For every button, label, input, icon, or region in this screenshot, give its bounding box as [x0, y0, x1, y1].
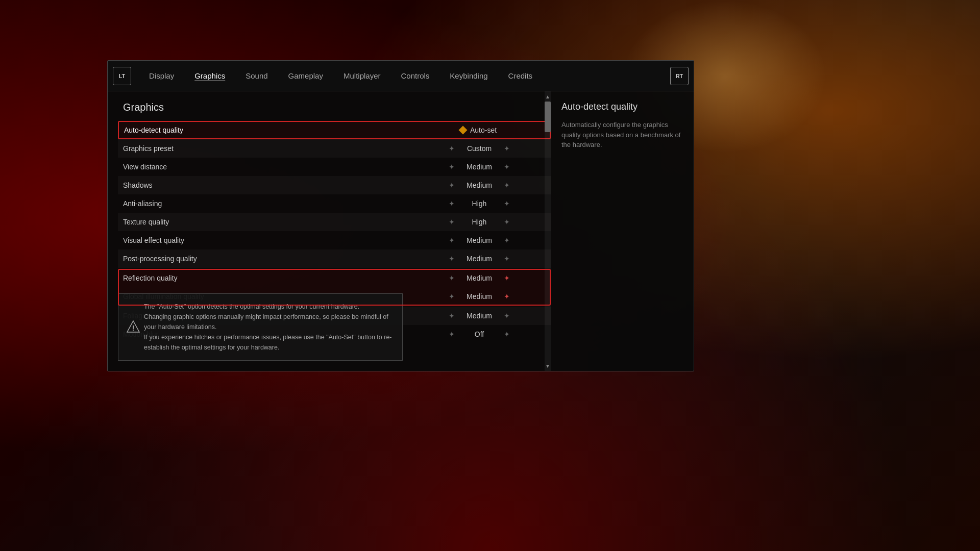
left-arrow-motion-blur[interactable]: ✦: [449, 330, 455, 338]
setting-value-visual-effect: Medium: [459, 236, 500, 244]
left-arrow-view-distance[interactable]: ✦: [449, 163, 455, 171]
left-arrow-visual-effect[interactable]: ✦: [449, 236, 455, 244]
settings-panel: Graphics Auto-detect quality Auto-set Gr…: [108, 91, 551, 371]
setting-value-motion-blur: Off: [459, 330, 500, 338]
tab-graphics[interactable]: Graphics: [184, 67, 235, 84]
right-arrow-reflection[interactable]: ✦: [504, 274, 510, 282]
setting-name-anti-aliasing: Anti-aliasing: [123, 199, 413, 208]
setting-value-foliage: Medium: [459, 312, 500, 320]
setting-controls-post-processing: ✦ Medium ✦: [413, 255, 546, 263]
tab-credits[interactable]: Credits: [498, 67, 543, 84]
tab-sound[interactable]: Sound: [235, 67, 278, 84]
left-arrow-post-processing[interactable]: ✦: [449, 255, 455, 263]
right-arrow-shadows[interactable]: ✦: [504, 181, 510, 189]
setting-name-texture-quality: Texture quality: [123, 218, 413, 226]
setting-row-graphics-preset[interactable]: Graphics preset ✦ Custom ✦: [118, 139, 551, 158]
setting-controls-visual-effect: ✦ Medium ✦: [413, 236, 546, 244]
warning-line3: If you experience hitches or performance…: [144, 332, 395, 353]
rt-trigger[interactable]: RT: [670, 67, 689, 85]
tab-display[interactable]: Display: [139, 67, 184, 84]
setting-controls-graphics-preset: ✦ Custom ✦: [413, 144, 546, 153]
auto-set-button[interactable]: Auto-set: [460, 126, 497, 134]
left-arrow-shadows[interactable]: ✦: [449, 181, 455, 189]
scrollbar-track[interactable]: ▲ ▼: [545, 91, 551, 371]
left-arrow-graphics-preset[interactable]: ✦: [449, 144, 455, 153]
lt-trigger[interactable]: LT: [113, 67, 131, 85]
setting-controls-auto-detect: Auto-set: [412, 126, 545, 134]
settings-dialog: LT Display Graphics Sound Gameplay Multi…: [107, 60, 694, 371]
info-panel: Auto-detect quality Automatically config…: [551, 91, 694, 371]
setting-controls-reflection: ✦ Medium ✦: [413, 274, 546, 282]
setting-value-shadows: Medium: [459, 181, 500, 189]
left-arrow-texture-quality[interactable]: ✦: [449, 218, 455, 226]
setting-name-graphics-preset: Graphics preset: [123, 144, 413, 153]
right-arrow-texture-quality[interactable]: ✦: [504, 218, 510, 226]
setting-row-texture-quality[interactable]: Texture quality ✦ High ✦: [118, 213, 551, 231]
setting-controls-view-distance: ✦ Medium ✦: [413, 163, 546, 171]
setting-controls-global-illumination: ✦ Medium ✦: [413, 292, 546, 300]
setting-controls-shadows: ✦ Medium ✦: [413, 181, 546, 189]
setting-value-post-processing: Medium: [459, 255, 500, 263]
left-arrow-anti-aliasing[interactable]: ✦: [449, 199, 455, 208]
setting-name-visual-effect: Visual effect quality: [123, 236, 413, 244]
right-arrow-foliage[interactable]: ✦: [504, 312, 510, 320]
setting-row-auto-detect[interactable]: Auto-detect quality Auto-set: [118, 121, 551, 139]
setting-value-global-illumination: Medium: [459, 292, 500, 300]
left-arrow-foliage[interactable]: ✦: [449, 312, 455, 320]
setting-row-view-distance[interactable]: View distance ✦ Medium ✦: [118, 158, 551, 176]
left-arrow-reflection[interactable]: ✦: [449, 274, 455, 282]
setting-name-reflection: Reflection quality: [123, 274, 413, 282]
setting-value-texture-quality: High: [459, 218, 500, 226]
setting-value-view-distance: Medium: [459, 163, 500, 171]
right-arrow-global-illumination[interactable]: ✦: [504, 292, 510, 300]
info-description: Automatically configure the graphics qua…: [561, 120, 683, 150]
right-arrow-view-distance[interactable]: ✦: [504, 163, 510, 171]
panel-title: Graphics: [118, 102, 551, 113]
setting-row-anti-aliasing[interactable]: Anti-aliasing ✦ High ✦: [118, 194, 551, 213]
svg-text:!: !: [132, 324, 135, 332]
setting-value-graphics-preset: Custom: [459, 144, 500, 153]
diamond-icon: [458, 126, 467, 135]
setting-name-shadows: Shadows: [123, 181, 413, 189]
setting-name-view-distance: View distance: [123, 163, 413, 171]
setting-controls-motion-blur: ✦ Off ✦: [413, 330, 546, 338]
setting-row-shadows[interactable]: Shadows ✦ Medium ✦: [118, 176, 551, 194]
scroll-down-arrow[interactable]: ▼: [545, 361, 551, 371]
right-arrow-post-processing[interactable]: ✦: [504, 255, 510, 263]
setting-controls-texture-quality: ✦ High ✦: [413, 218, 546, 226]
setting-row-visual-effect[interactable]: Visual effect quality ✦ Medium ✦: [118, 231, 551, 249]
info-title: Auto-detect quality: [561, 102, 683, 112]
tab-gameplay[interactable]: Gameplay: [278, 67, 333, 84]
setting-value-anti-aliasing: High: [459, 199, 500, 208]
setting-name-post-processing: Post-processing quality: [123, 255, 413, 263]
setting-name-auto-detect: Auto-detect quality: [124, 126, 412, 134]
warning-icon: !: [126, 320, 140, 334]
left-arrow-global-illumination[interactable]: ✦: [449, 292, 455, 300]
right-arrow-graphics-preset[interactable]: ✦: [504, 144, 510, 153]
setting-value-reflection: Medium: [459, 274, 500, 282]
warning-line1: The "Auto-Set" option detects the optima…: [144, 302, 395, 312]
right-arrow-visual-effect[interactable]: ✦: [504, 236, 510, 244]
right-arrow-anti-aliasing[interactable]: ✦: [504, 199, 510, 208]
tab-bar: LT Display Graphics Sound Gameplay Multi…: [108, 61, 694, 91]
content-area: Graphics Auto-detect quality Auto-set Gr…: [108, 91, 694, 371]
tab-controls[interactable]: Controls: [391, 67, 440, 84]
tab-multiplayer[interactable]: Multiplayer: [333, 67, 391, 84]
right-arrow-motion-blur[interactable]: ✦: [504, 330, 510, 338]
tab-keybinding[interactable]: Keybinding: [439, 67, 498, 84]
warning-line2: Changing graphic options manually might …: [144, 312, 395, 332]
setting-controls-anti-aliasing: ✦ High ✦: [413, 199, 546, 208]
setting-row-post-processing[interactable]: Post-processing quality ✦ Medium ✦: [118, 249, 551, 268]
setting-controls-foliage: ✦ Medium ✦: [413, 312, 546, 320]
scroll-up-arrow[interactable]: ▲: [545, 91, 551, 102]
auto-set-label: Auto-set: [470, 126, 497, 134]
scrollbar-thumb[interactable]: [545, 102, 551, 132]
setting-row-reflection[interactable]: Reflection quality ✦ Medium ✦: [118, 269, 551, 287]
warning-box: ! The "Auto-Set" option detects the opti…: [118, 293, 403, 361]
